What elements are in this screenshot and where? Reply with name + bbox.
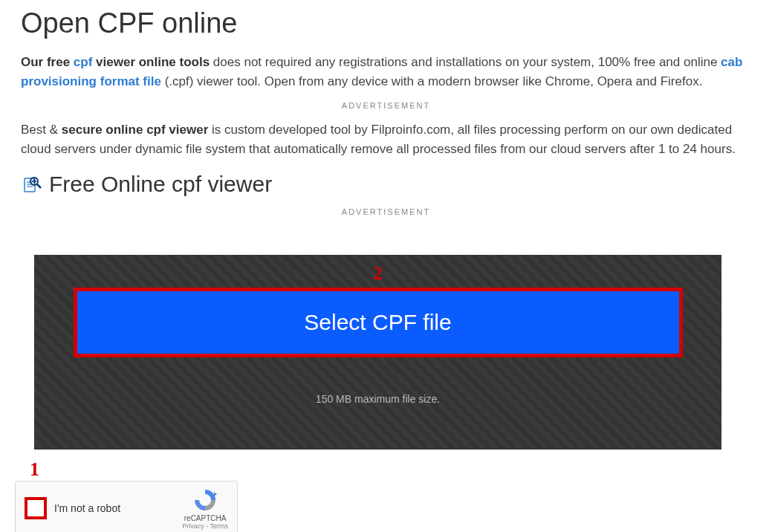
- annotation-1: 1: [30, 458, 772, 481]
- intro-bold-mid: viewer online tools: [92, 55, 210, 69]
- intro-text-2: (.cpf) viewer tool. Open from any device…: [161, 74, 702, 88]
- recaptcha-brand: reCAPTCHA: [182, 514, 228, 522]
- intro-paragraph-2: Best & secure online cpf viewer is custo…: [21, 120, 751, 158]
- recaptcha-logo-icon: [192, 487, 218, 513]
- p2-prefix: Best &: [21, 123, 62, 137]
- svg-line-7: [37, 184, 41, 188]
- svg-marker-8: [214, 492, 217, 496]
- link-cpf[interactable]: cpf: [74, 55, 93, 69]
- intro-paragraph-1: Our free cpf viewer online tools does no…: [21, 53, 751, 91]
- page-title: Open CPF online: [21, 7, 751, 39]
- recaptcha-widget: I'm not a robot reCAPTCHA Privacy - Term…: [15, 481, 238, 532]
- recaptcha-links[interactable]: Privacy - Terms: [182, 522, 228, 530]
- select-file-button[interactable]: Select CPF file: [74, 288, 683, 357]
- intro-text-1: does not required any registrations and …: [213, 55, 721, 69]
- intro-prefix: Our free: [21, 55, 74, 69]
- upload-zone: 2 Select CPF file 150 MB maximum file si…: [34, 255, 721, 450]
- annotation-2: 2: [373, 262, 383, 285]
- section-heading: Free Online cpf viewer: [49, 172, 272, 197]
- recaptcha-checkbox[interactable]: [25, 497, 47, 519]
- magnifier-document-icon: [21, 174, 42, 195]
- advertisement-label: ADVERTISEMENT: [21, 101, 751, 110]
- max-file-size-label: 150 MB maximum file size.: [71, 393, 684, 405]
- p2-bold: secure online cpf viewer: [62, 123, 208, 137]
- recaptcha-label: I'm not a robot: [54, 502, 120, 514]
- advertisement-label-2: ADVERTISEMENT: [21, 207, 751, 216]
